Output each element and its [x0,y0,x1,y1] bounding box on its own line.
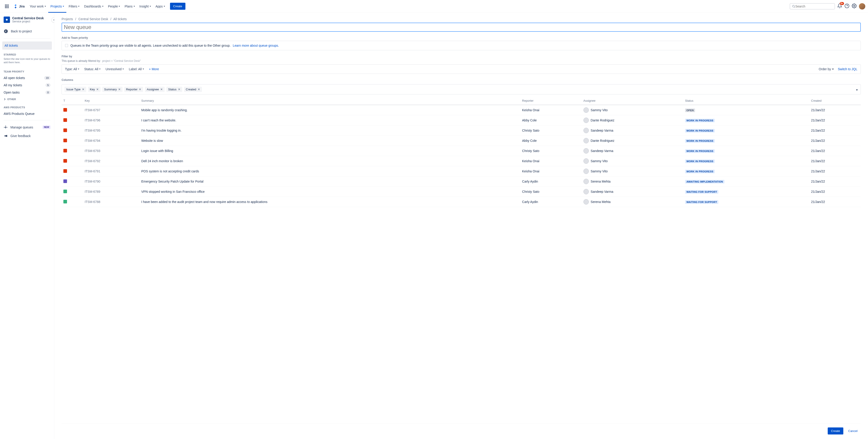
issue-summary[interactable]: Website is slow [140,136,520,146]
issue-created: 21/Jan/22 [809,105,861,115]
issue-key[interactable]: ITSM-6789 [83,187,140,197]
table-row[interactable]: ITSM-6792Dell 24 inch monitor is brokenK… [62,156,861,166]
aws-queue-link[interactable]: AWS Products Queue [0,110,54,117]
create-button[interactable]: Create [170,3,185,10]
notifications-icon[interactable] [837,3,842,9]
jira-logo[interactable]: Jira [12,3,27,9]
other-section[interactable]: OTHER [0,96,54,103]
column-header[interactable]: Key [83,97,140,105]
order-by-dropdown[interactable]: Order by [819,67,834,71]
nav-item-apps[interactable]: Apps [153,3,167,10]
column-header[interactable]: Created [809,97,861,105]
filter-chip[interactable]: Status: All [84,67,100,71]
breadcrumb-alltickets[interactable]: All tickets [114,17,127,21]
assignee-avatar [583,158,589,164]
issue-key[interactable]: ITSM-6797 [83,105,140,115]
issue-summary[interactable]: VPN stopped working in San Francisco off… [140,187,520,197]
team-priority-link[interactable]: Learn more about queue groups. [233,44,279,47]
issue-key[interactable]: ITSM-6790 [83,176,140,187]
issue-summary[interactable]: I have been added to the audit project t… [140,197,520,207]
nav-item-projects[interactable]: Projects [48,3,67,10]
issue-summary[interactable]: I'm having trouble logging in. [140,125,520,136]
footer-create-button[interactable]: Create [828,428,843,435]
team-priority-title: Add to Team priority [62,36,861,39]
status-badge: WORK IN PROGRESS [685,139,715,143]
queue-name-input[interactable] [62,23,861,32]
issue-assignee: Sandeep Varma [591,149,613,153]
issue-assignee: Serena Mehta [591,180,611,183]
assignee-avatar [583,148,589,153]
column-chip[interactable]: Summary✕ [102,87,122,92]
issue-created: 21/Jan/22 [809,146,861,156]
column-chip[interactable]: Key✕ [88,87,100,92]
profile-avatar[interactable] [859,3,865,9]
issue-key[interactable]: ITSM-6795 [83,125,140,136]
nav-item-people[interactable]: People [106,3,122,10]
table-row[interactable]: ITSM-6793Login issue with BillingChristy… [62,146,861,156]
column-header[interactable]: Status [683,97,809,105]
switch-jql-link[interactable]: Switch to JQL [838,67,857,71]
issue-summary[interactable]: Mobile app is randomly crashing. [140,105,520,115]
nav-item-dashboards[interactable]: Dashboards [82,3,106,10]
help-icon[interactable] [844,3,849,9]
column-header[interactable]: Summary [140,97,520,105]
column-chip[interactable]: Status✕ [166,87,182,92]
team-priority-text: Queues in the Team priority group are vi… [70,44,230,47]
issue-key[interactable]: ITSM-6794 [83,136,140,146]
issue-summary[interactable]: Emergency Security Patch Update for Port… [140,176,520,187]
filter-chip[interactable]: Label: All [129,67,144,71]
table-row[interactable]: ITSM-6788I have been added to the audit … [62,197,861,207]
columns-dropdown-icon[interactable] [856,88,858,91]
issue-summary[interactable]: Login issue with Billing [140,146,520,156]
table-row[interactable]: ITSM-6796I can't reach the website.Abby … [62,115,861,125]
column-header[interactable]: T [62,97,83,105]
app-switcher-icon[interactable] [3,2,11,10]
issue-key[interactable]: ITSM-6792 [83,156,140,166]
column-header[interactable]: Assignee [582,97,683,105]
queue-link[interactable]: Open tasks0 [0,89,54,96]
issue-assignee: Dante Rodriguez [591,118,614,122]
table-row[interactable]: ITSM-6789VPN stopped working in San Fran… [62,187,861,197]
assignee-avatar [583,199,589,205]
status-badge: WORK IN PROGRESS [685,149,715,153]
table-row[interactable]: ITSM-6791POS system is not accepting cre… [62,166,861,176]
search-input[interactable] [795,4,833,8]
filter-chip[interactable]: Unresolved [105,67,124,71]
table-row[interactable]: ITSM-6794Website is slowAbby ColeDante R… [62,136,861,146]
issue-summary[interactable]: I can't reach the website. [140,115,520,125]
nav-item-your-work[interactable]: Your work [27,3,48,10]
breadcrumb-projects[interactable]: Projects [62,17,73,21]
give-feedback-link[interactable]: Give feedback [0,131,54,140]
queue-link[interactable]: All open tickets19 [0,74,54,82]
manage-queues-link[interactable]: Manage queues NEW [0,123,54,131]
svg-rect-4 [6,6,7,7]
table-row[interactable]: ITSM-6790Emergency Security Patch Update… [62,176,861,187]
filter-more-link[interactable]: + More [149,67,159,71]
breadcrumb-project[interactable]: Central Service Desk [78,17,108,21]
nav-item-plans[interactable]: Plans [122,3,137,10]
column-header[interactable]: Reporter [520,97,582,105]
column-chip[interactable]: Created✕ [184,87,202,92]
table-row[interactable]: ITSM-6797Mobile app is randomly crashing… [62,105,861,115]
issue-key[interactable]: ITSM-6788 [83,197,140,207]
issue-key[interactable]: ITSM-6793 [83,146,140,156]
footer-cancel-button[interactable]: Cancel [845,428,861,435]
filter-chip[interactable]: Type: All [65,67,79,71]
settings-icon[interactable] [852,3,857,9]
issue-summary[interactable]: Dell 24 inch monitor is broken [140,156,520,166]
chevron-right-icon [4,98,6,100]
issue-key[interactable]: ITSM-6791 [83,166,140,176]
table-row[interactable]: ITSM-6795I'm having trouble logging in.C… [62,125,861,136]
column-chip[interactable]: Assignee✕ [145,87,164,92]
team-priority-checkbox[interactable] [65,44,68,47]
back-to-project-link[interactable]: Back to project [0,27,54,36]
issue-key[interactable]: ITSM-6796 [83,115,140,125]
nav-item-insight[interactable]: Insight [137,3,153,10]
column-chip[interactable]: Reporter✕ [124,87,143,92]
issue-summary[interactable]: POS system is not accepting credit cards [140,166,520,176]
all-tickets-link[interactable]: All tickets [2,41,52,50]
column-chip[interactable]: Issue Type✕ [64,87,86,92]
queue-link[interactable]: All my tickets5 [0,82,54,89]
search-box[interactable] [790,3,835,9]
nav-item-filters[interactable]: Filters [66,3,82,10]
